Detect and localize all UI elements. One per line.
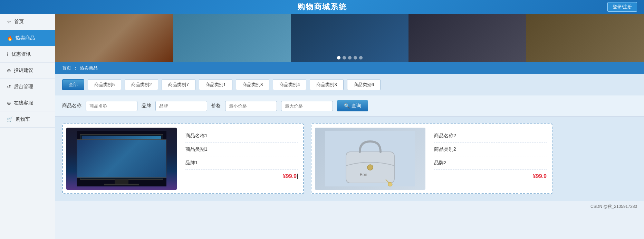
product-brand-field-1: 品牌1: [185, 156, 298, 170]
banner-dot-4[interactable]: [354, 56, 357, 59]
category-btn-7[interactable]: 商品类别6: [347, 79, 381, 90]
banner-dot-1[interactable]: [337, 56, 340, 59]
category-btn-0[interactable]: 商品类别5: [88, 79, 121, 90]
sidebar-label-service: 在线客服: [14, 100, 33, 106]
sidebar-item-customer-service[interactable]: ⊕ 在线客服: [0, 95, 55, 111]
sidebar-item-cart[interactable]: 🛒 购物车: [0, 111, 55, 128]
product-price-1: ¥99.9: [283, 173, 297, 180]
category-btn-6[interactable]: 商品类别3: [310, 79, 343, 90]
breadcrumb: 首页 ： 热卖商品: [55, 62, 644, 74]
header: 购物商城系统 登录/注册: [0, 0, 644, 14]
breadcrumb-current: 热卖商品: [80, 65, 98, 71]
brand-input[interactable]: [155, 101, 207, 111]
name-label: 商品名称: [62, 103, 81, 109]
banner-section-1: [55, 14, 173, 62]
breadcrumb-home[interactable]: 首页: [62, 65, 71, 71]
max-price-input[interactable]: [281, 101, 333, 111]
svg-point-7: [367, 165, 373, 170]
watermark-text: CSDN @秋_2105917280: [590, 204, 637, 209]
banner-dot-5[interactable]: [359, 56, 363, 59]
footer-watermark: CSDN @秋_2105917280: [55, 201, 644, 212]
category-btn-5[interactable]: 商品类别4: [273, 79, 306, 90]
product-price-row-1: ¥99.9: [185, 170, 298, 183]
banner-section-5: [526, 14, 644, 62]
category-btn-3[interactable]: 商品类别1: [199, 79, 232, 90]
search-icon: 🔍: [344, 103, 350, 109]
complaint-icon: ⊕: [7, 68, 11, 73]
svg-rect-1: [80, 135, 163, 180]
login-register-button[interactable]: 登录/注册: [607, 2, 637, 12]
cursor-blink: [297, 174, 298, 179]
admin-icon: ↺: [7, 84, 11, 90]
sidebar-item-hot-products[interactable]: 🔥 热卖商品: [0, 30, 55, 46]
product-info-2: 商品名称2 商品类别2 品牌2 ¥99.9: [429, 124, 552, 193]
banner-dot-2[interactable]: [343, 56, 346, 59]
sidebar-label-home: 首页: [14, 19, 24, 25]
tv-svg: [77, 131, 166, 186]
category-btn-4[interactable]: 商品类别8: [236, 79, 269, 90]
banner: [55, 14, 644, 62]
product-card-1: 商品名称1 商品类别1 品牌1 ¥99.9: [62, 123, 304, 194]
main-content: 首页 ： 热卖商品 全部 商品类别5 商品类别2 商品类别7 商品类别1 商品类…: [55, 14, 644, 239]
fire-icon: 🔥: [7, 35, 13, 41]
product-info-1: 商品名称1 商品类别1 品牌1 ¥99.9: [180, 124, 303, 193]
price-label: 价格: [211, 103, 221, 109]
brand-label: 品牌: [142, 103, 151, 109]
banner-dot-3[interactable]: [348, 56, 352, 59]
sidebar-label-complaints: 投诉建议: [14, 67, 33, 74]
product-name-field-2: 商品名称2: [434, 129, 547, 143]
product-image-1: [66, 128, 177, 190]
svg-text:Bon: Bon: [360, 172, 367, 177]
svg-point-9: [388, 182, 392, 186]
search-section: 商品名称 品牌 价格 🔍 查询: [55, 95, 644, 117]
product-price-2: ¥99.9: [533, 173, 547, 180]
product-card-2: Bon 商品名称2 商品类别2 品牌2 ¥99.9: [311, 123, 552, 194]
sidebar-label-hot: 热卖商品: [16, 35, 35, 41]
category-btn-1[interactable]: 商品类别2: [125, 79, 158, 90]
product-category-field-1: 商品类别1: [185, 143, 298, 156]
product-brand-field-2: 品牌2: [434, 156, 547, 170]
sidebar-label-discounts: 优惠资讯: [11, 51, 31, 57]
cart-icon: 🛒: [7, 117, 13, 122]
service-icon: ⊕: [7, 100, 11, 106]
sidebar-item-discounts[interactable]: ℹ 优惠资讯: [0, 46, 55, 63]
sidebar-item-complaints[interactable]: ⊕ 投诉建议: [0, 63, 55, 79]
sidebar-item-admin[interactable]: ↺ 后台管理: [0, 79, 55, 95]
products-grid: 商品名称1 商品类别1 品牌1 ¥99.9: [55, 117, 644, 201]
svg-rect-2: [82, 136, 161, 178]
product-name-field-1: 商品名称1: [185, 129, 298, 143]
main-layout: ☆ 首页 🔥 热卖商品 ℹ 优惠资讯 ⊕ 投诉建议 ↺ 后台管理 ⊕ 在线客服 …: [0, 14, 644, 239]
site-title: 购物商城系统: [297, 2, 347, 12]
sidebar-item-home[interactable]: ☆ 首页: [0, 14, 55, 30]
svg-rect-4: [104, 184, 139, 185]
sidebar: ☆ 首页 🔥 热卖商品 ℹ 优惠资讯 ⊕ 投诉建议 ↺ 后台管理 ⊕ 在线客服 …: [0, 14, 55, 239]
search-button[interactable]: 🔍 查询: [337, 100, 368, 111]
min-price-input[interactable]: [225, 101, 277, 111]
product-name-input[interactable]: [86, 101, 137, 111]
sidebar-label-admin: 后台管理: [14, 84, 33, 90]
product-category-field-2: 商品类别2: [434, 143, 547, 156]
category-section: 全部 商品类别5 商品类别2 商品类别7 商品类别1 商品类别8 商品类别4 商…: [55, 74, 644, 95]
product-price-row-2: ¥99.9: [434, 170, 547, 183]
search-btn-label: 查询: [352, 103, 361, 109]
banner-section-4: [408, 14, 526, 62]
category-btn-2[interactable]: 商品类别7: [162, 79, 195, 90]
category-all-button[interactable]: 全部: [62, 79, 84, 90]
sidebar-label-cart: 购物车: [16, 116, 30, 122]
banner-dots: [337, 56, 363, 59]
info-icon: ℹ: [7, 52, 9, 57]
product-image-2: Bon: [315, 128, 425, 190]
breadcrumb-separator: ：: [73, 65, 78, 71]
bag-svg: Bon: [325, 131, 415, 186]
home-icon: ☆: [7, 19, 11, 25]
banner-section-2: [173, 14, 291, 62]
banner-section-3: [291, 14, 408, 62]
